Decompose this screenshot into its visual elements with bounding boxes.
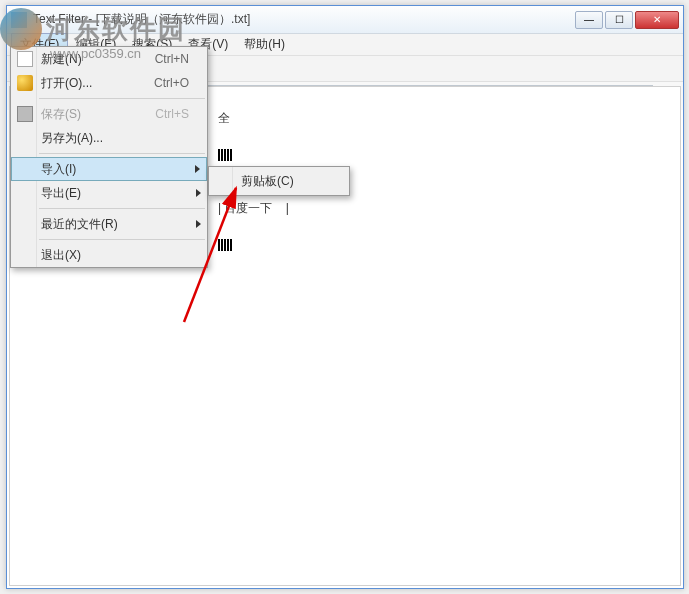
menu-save-as[interactable]: 另存为(A)... bbox=[11, 126, 207, 150]
menu-new[interactable]: 新建(N) Ctrl+N bbox=[11, 47, 207, 71]
import-submenu: 剪贴板(C) bbox=[208, 166, 350, 196]
menu-save: 保存(S) Ctrl+S bbox=[11, 102, 207, 126]
submenu-arrow-icon bbox=[195, 165, 200, 173]
open-file-icon bbox=[17, 75, 33, 91]
window-title: Text Filter - [下载说明（河东软件园）.txt] bbox=[33, 11, 575, 28]
redacted-icon bbox=[218, 239, 232, 251]
titlebar[interactable]: Text Filter - [下载说明（河东软件园）.txt] — ☐ ✕ bbox=[7, 6, 683, 34]
menu-import[interactable]: 导入(I) bbox=[11, 157, 207, 181]
menu-separator bbox=[39, 239, 205, 240]
new-file-icon bbox=[17, 51, 33, 67]
menu-separator bbox=[39, 153, 205, 154]
submenu-arrow-icon bbox=[196, 220, 201, 228]
content-text-2: | 百度一下 | bbox=[218, 201, 289, 215]
menu-export[interactable]: 导出(E) bbox=[11, 181, 207, 205]
maximize-button[interactable]: ☐ bbox=[605, 11, 633, 29]
submenu-arrow-icon bbox=[196, 189, 201, 197]
minimize-button[interactable]: — bbox=[575, 11, 603, 29]
close-button[interactable]: ✕ bbox=[635, 11, 679, 29]
content-text-1: 全 bbox=[218, 111, 230, 125]
app-icon bbox=[11, 12, 27, 28]
save-file-icon bbox=[17, 106, 33, 122]
redacted-icon bbox=[218, 149, 232, 161]
file-menu-dropdown: 新建(N) Ctrl+N 打开(O)... Ctrl+O 保存(S) Ctrl+… bbox=[10, 46, 208, 268]
menu-recent-files[interactable]: 最近的文件(R) bbox=[11, 212, 207, 236]
menu-exit[interactable]: 退出(X) bbox=[11, 243, 207, 267]
menu-open[interactable]: 打开(O)... Ctrl+O bbox=[11, 71, 207, 95]
submenu-clipboard[interactable]: 剪贴板(C) bbox=[211, 169, 347, 193]
menu-separator bbox=[39, 98, 205, 99]
menu-help[interactable]: 帮助(H) bbox=[236, 34, 293, 55]
menu-separator bbox=[39, 208, 205, 209]
